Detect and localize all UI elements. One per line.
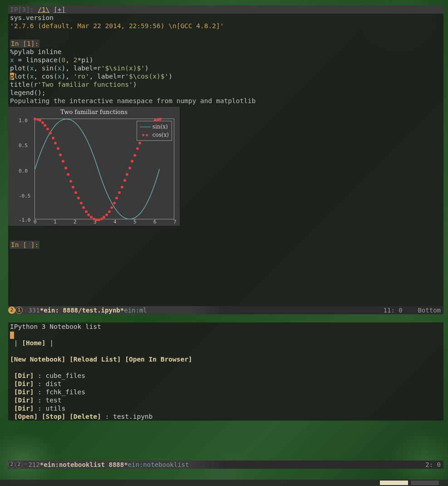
cos-data-point <box>72 186 74 188</box>
dir-name: fchk_files <box>46 388 85 396</box>
cos-data-point <box>46 128 49 130</box>
modeline-2: 22 * 212 *ein:notebooklist 8888* ein:not… <box>8 461 443 469</box>
file-name: test.ipynb <box>113 413 153 420</box>
cos-data-point <box>136 147 139 150</box>
output-line: '2.7.6 (default, Mar 22 2014, 22:59:56) … <box>10 22 224 30</box>
dir-link[interactable]: [Dir] <box>14 405 34 412</box>
stop-button[interactable]: [Stop] <box>42 413 65 420</box>
delete-button[interactable]: [Delete] <box>69 413 101 420</box>
buffer-name[interactable]: *ein:notebooklist 8888* <box>40 461 128 469</box>
cos-data-point <box>85 210 88 213</box>
new-notebook-button[interactable]: [New Notebook] <box>10 356 65 363</box>
cos-data-point <box>64 167 67 169</box>
matplotlib-plot: Two familiar functions 1.0 0.5 0.0 -0.5 … <box>8 107 180 226</box>
add-tab-button[interactable]: [+] <box>54 6 65 13</box>
cos-data-point <box>77 197 80 199</box>
cos-data-point <box>115 197 118 199</box>
cos-data-point <box>121 186 123 188</box>
input-prompt: In [1]: <box>10 40 39 48</box>
dir-name: cube_files <box>46 372 85 379</box>
tab-bar: IP[3]: /1\ [+] <box>8 5 443 14</box>
cos-data-point <box>82 206 85 209</box>
major-mode: ein:ml <box>124 306 147 314</box>
cursor-position: 11: 0 Bottom <box>384 306 441 314</box>
cos-data-point <box>87 213 90 216</box>
major-mode: ein:notebooklist <box>128 461 189 469</box>
empty-cell-prompt[interactable]: In [ ]: <box>10 241 39 249</box>
cos-data-point <box>52 137 54 139</box>
buffer-name[interactable]: *ein: 8888/test.ipynb* <box>40 306 124 314</box>
cos-data-point <box>110 206 113 209</box>
notebook-editor-pane[interactable]: IP[3]: /1\ [+] sys.version '2.7.6 (defau… <box>8 5 443 314</box>
cos-data-point <box>41 121 44 124</box>
ip-prompt: IP[3]: <box>10 6 34 13</box>
cos-data-point <box>113 202 116 204</box>
cos-data-point <box>74 191 77 194</box>
reload-list-button[interactable]: [Reload List] <box>69 356 121 363</box>
cos-data-point <box>133 154 136 157</box>
notebook-list-pane[interactable]: IPython 3 Notebook list | [Home] | [New … <box>8 322 443 421</box>
tab-1[interactable]: /1\ <box>38 6 49 13</box>
cos-data-point <box>67 173 69 176</box>
dir-name: dist <box>46 380 62 387</box>
cos-data-point <box>59 154 62 156</box>
cursor: p <box>10 73 14 80</box>
cos-data-point <box>123 179 126 182</box>
cell-0-output: sys.version '2.7.6 (default, Mar 22 2014… <box>8 14 443 30</box>
cos-data-point <box>49 132 52 134</box>
open-button[interactable]: [Open] <box>14 413 38 420</box>
cos-data-point <box>108 210 111 213</box>
cos-data-point <box>57 147 59 150</box>
dir-name: test <box>46 397 62 404</box>
cos-data-point <box>44 124 46 127</box>
stdout: Populating the interactive namespace fro… <box>10 97 256 104</box>
cos-data-point <box>138 142 141 144</box>
plot-legend: sin(x) cos(x) <box>137 121 172 141</box>
plot-title: Two familiar functions <box>8 107 180 116</box>
output-line: sys.version <box>10 14 54 21</box>
cos-data-point <box>118 191 121 194</box>
cos-data-point <box>80 202 83 204</box>
ml-badge-window: 2 <box>8 307 15 314</box>
ml-badge-window: 2 <box>8 461 15 468</box>
cos-data-point <box>62 160 64 163</box>
code-line[interactable]: %pylab inline <box>10 48 62 55</box>
cos-data-point <box>54 142 57 144</box>
plot-axes: 1.0 0.5 0.0 -0.5 -1.0 0 1 2 3 4 5 6 7 si… <box>34 119 174 219</box>
cos-data-point <box>69 180 72 183</box>
home-link[interactable]: [Home] <box>22 339 45 347</box>
ml-badge-state: 2 <box>15 461 23 468</box>
taskbar-item[interactable] <box>380 481 408 485</box>
dir-link[interactable]: [Dir] <box>14 397 34 404</box>
cos-data-point <box>126 173 128 176</box>
cos-data-point <box>103 216 105 218</box>
cos-data-point <box>159 118 162 120</box>
cursor <box>10 332 14 339</box>
desktop-taskbar[interactable] <box>0 480 448 486</box>
modeline-1: 21 - 331 *ein: 8888/test.ipynb* ein:ml 1… <box>8 306 443 314</box>
dir-link[interactable]: [Dir] <box>14 372 34 379</box>
cos-data-point <box>131 160 133 163</box>
open-in-browser-button[interactable]: [Open In Browser] <box>125 356 192 363</box>
cursor-position: 2: 0 <box>425 461 441 469</box>
dir-link[interactable]: [Dir] <box>14 380 34 387</box>
cos-data-point <box>128 167 131 169</box>
cos-data-point <box>105 213 108 216</box>
nb-list-title: IPython 3 Notebook list <box>10 323 101 330</box>
ml-badge-state: 1 <box>15 307 23 314</box>
taskbar-item[interactable] <box>411 481 439 485</box>
dir-name: utils <box>46 405 66 412</box>
dir-link[interactable]: [Dir] <box>14 388 34 396</box>
